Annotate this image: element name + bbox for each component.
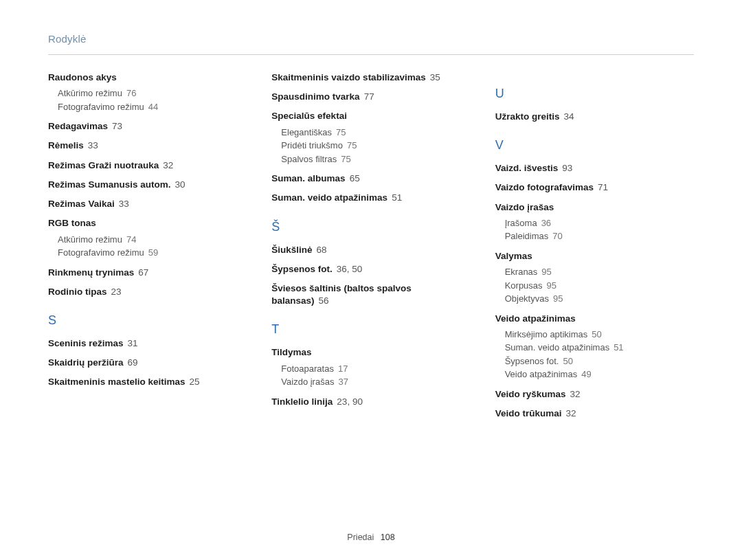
subentry-text: Atkūrimo režimu [58, 234, 122, 245]
index-entry-label: Šiukšlinė68 [271, 244, 470, 256]
index-entry[interactable]: Specialūs efektaiElegantiškas75Pridėti t… [271, 110, 470, 166]
index-subentry[interactable]: Paleidimas70 [505, 229, 694, 243]
entry-text: Režimas Graži nuotrauka [48, 160, 159, 170]
index-entry[interactable]: Režimas Vaikai33 [48, 198, 247, 210]
entry-pages: 35 [430, 72, 440, 82]
index-entry[interactable]: Vaizdo fotografavimas71 [495, 181, 694, 194]
index-subentry[interactable]: Fotografavimo režimu59 [58, 246, 247, 260]
index-entry[interactable]: Raudonos akysAtkūrimo režimu76Fotografav… [48, 71, 247, 113]
index-entry[interactable]: Šviesos šaltinis (baltos spalvos balansa… [271, 282, 470, 307]
index-subentry[interactable]: Elegantiškas75 [281, 126, 470, 139]
section-letter: U [495, 87, 694, 101]
index-subentry[interactable]: Veido atpažinimas49 [505, 368, 694, 381]
index-subentry[interactable]: Įrašoma36 [505, 216, 694, 230]
index-entry[interactable]: Režimas Graži nuotrauka32 [48, 159, 247, 172]
index-entry-label: Skaidrių peržiūra69 [48, 357, 247, 369]
entry-pages: 33 [119, 199, 129, 209]
entry-text: Veido ryškumas [495, 389, 566, 399]
index-entry[interactable]: RGB tonasAtkūrimo režimu74Fotografavimo … [48, 217, 247, 259]
subentry-text: Pridėti triukšmo [281, 140, 343, 150]
index-entry[interactable]: Tinklelio linija23, 90 [271, 396, 470, 408]
index-entry[interactable]: Šiukšlinė68 [271, 244, 470, 256]
subentry-pages: 50 [563, 356, 572, 366]
index-subentry[interactable]: Mirksėjimo aptikimas50 [505, 328, 694, 341]
index-subentry[interactable]: Atkūrimo režimu74 [58, 233, 247, 247]
subentry-pages: 75 [336, 127, 346, 137]
entry-pages: 31 [128, 338, 138, 348]
entry-text: Veido atpažinimas [495, 313, 576, 324]
subentry-pages: 50 [592, 329, 601, 339]
subentry-text: Spalvos filtras [281, 154, 337, 164]
subentry-pages: 95 [547, 280, 556, 291]
index-subentry[interactable]: Atkūrimo režimu76 [58, 87, 247, 100]
subentry-text: Veido atpažinimas [505, 369, 578, 379]
index-entry[interactable]: Suman. albumas65 [271, 172, 470, 185]
index-entry[interactable]: Skaidrių peržiūra69 [48, 357, 247, 369]
index-subentry[interactable]: Spalvos filtras75 [281, 153, 470, 166]
section-letter: V [495, 138, 694, 153]
subentry-pages: 17 [338, 363, 348, 374]
index-entry-label: Suman. veido atpažinimas51 [271, 192, 470, 204]
entry-text: Suman. veido atpažinimas [271, 192, 387, 203]
index-entry[interactable]: Veido ryškumas32 [495, 388, 694, 401]
index-entry-label: Veido ryškumas32 [495, 388, 694, 401]
subentry-pages: 51 [614, 342, 623, 352]
subentry-text: Ekranas [505, 267, 538, 277]
entry-text: Skaidrių peržiūra [48, 357, 124, 368]
index-entry-label: Vaizd. išvestis93 [495, 162, 694, 175]
index-subentry[interactable]: Fotoaparatas17 [281, 362, 470, 376]
page-header: Rodyklė [48, 33, 694, 55]
entry-pages: 73 [112, 121, 122, 131]
entry-text: Skaitmeninis vaizdo stabilizavimas [271, 72, 425, 82]
entry-pages: 51 [392, 192, 402, 203]
index-subentry[interactable]: Fotografavimo režimu44 [58, 100, 247, 114]
index-entry[interactable]: Rėmelis33 [48, 139, 247, 152]
index-subentry[interactable]: Objektyvas95 [505, 292, 694, 306]
subentry-text: Įrašoma [505, 218, 537, 228]
index-entry[interactable]: Skaitmeninis mastelio keitimas25 [48, 376, 247, 388]
entry-pages: 69 [128, 357, 138, 368]
index-entry-label: RGB tonas [48, 217, 247, 229]
subentry-pages: 76 [126, 88, 136, 98]
index-entry[interactable]: Rinkmenų trynimas67 [48, 267, 247, 279]
entry-text: Tildymas [271, 347, 311, 357]
index-entry-label: Raudonos akys [48, 71, 247, 84]
index-subentry[interactable]: Suman. veido atpažinimas51 [505, 341, 694, 355]
index-entry[interactable]: Skaitmeninis vaizdo stabilizavimas35 [271, 71, 470, 84]
index-subentry[interactable]: Pridėti triukšmo75 [281, 139, 470, 153]
subentry-text: Mirksėjimo aptikimas [505, 329, 588, 339]
index-entry[interactable]: Veido trūkumai32 [495, 407, 694, 420]
index-entry[interactable]: Vaizdo įrašasĮrašoma36Paleidimas70 [495, 201, 694, 243]
index-entry-label: Režimas Graži nuotrauka32 [48, 159, 247, 172]
index-subentry[interactable]: Korpusas95 [505, 279, 694, 293]
entry-pages: 65 [350, 173, 360, 183]
entry-text: Skaitmeninis mastelio keitimas [48, 377, 186, 387]
index-subentry[interactable]: Šypsenos fot.50 [505, 355, 694, 368]
index-entry[interactable]: Spausdinimo tvarka77 [271, 91, 470, 103]
index-entry[interactable]: Vaizd. išvestis93 [495, 162, 694, 175]
index-entry[interactable]: ValymasEkranas95Korpusas95Objektyvas95 [495, 250, 694, 306]
subentry-text: Vaizdo įrašas [281, 377, 334, 387]
index-subentry[interactable]: Ekranas95 [505, 265, 694, 279]
section-letter: S [48, 313, 247, 328]
index-entry[interactable]: Šypsenos fot.36, 50 [271, 263, 470, 276]
entry-text: Veido trūkumai [495, 408, 562, 418]
index-entry[interactable]: Rodinio tipas23 [48, 286, 247, 298]
entry-pages: 30 [175, 179, 186, 190]
index-entry[interactable]: TildymasFotoaparatas17Vaizdo įrašas37 [271, 346, 470, 388]
index-entry[interactable]: Režimas Sumanusis autom.30 [48, 179, 247, 191]
index-entry[interactable]: Sceninis režimas31 [48, 337, 247, 350]
index-entry[interactable]: Redagavimas73 [48, 120, 247, 133]
subentry-pages: 75 [347, 140, 357, 150]
index-subentry[interactable]: Vaizdo įrašas37 [281, 375, 470, 389]
index-entry-label: Rinkmenų trynimas67 [48, 267, 247, 279]
index-entry[interactable]: Veido atpažinimasMirksėjimo aptikimas50S… [495, 313, 694, 381]
index-entry[interactable]: Suman. veido atpažinimas51 [271, 192, 470, 204]
index-sublist: Fotoaparatas17Vaizdo įrašas37 [281, 362, 470, 389]
index-entry-label: Sceninis režimas31 [48, 337, 247, 350]
index-sublist: Mirksėjimo aptikimas50Suman. veido atpaž… [505, 328, 694, 381]
subentry-pages: 36 [541, 218, 551, 228]
index-entry[interactable]: Užrakto greitis34 [495, 111, 694, 123]
subentry-pages: 75 [341, 154, 350, 164]
entry-text: Režimas Sumanusis autom. [48, 179, 171, 190]
